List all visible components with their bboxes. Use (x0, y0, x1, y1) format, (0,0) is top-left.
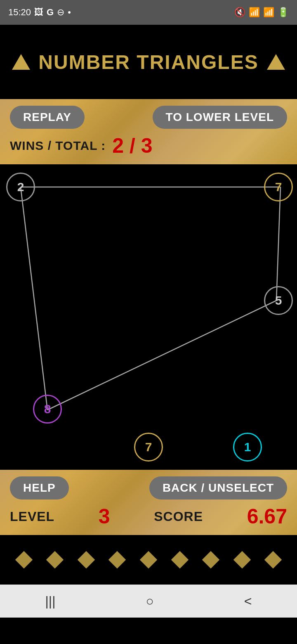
wins-label: WINS / TOTAL : (10, 139, 106, 153)
svg-line-2 (21, 187, 47, 410)
status-photo-icon: 🖼 (34, 7, 43, 18)
replay-button[interactable]: REPLAY (10, 106, 85, 129)
button-row: REPLAY TO LOWER LEVEL (10, 106, 287, 129)
node-7-bottom[interactable]: 7 (134, 433, 163, 462)
status-bar: 15:20 🖼 G ⊖ • 🔇 📶 📶 🔋 (0, 0, 297, 25)
wood-panel-bottom-section: HELP BACK / UNSELECT LEVEL 3 SCORE 6.67 (0, 470, 297, 535)
nav-home-button[interactable]: ○ (146, 594, 153, 609)
diamond-icon-5 (140, 551, 157, 568)
svg-line-1 (276, 187, 280, 301)
header: NUMBER TRIANGLES (0, 25, 297, 99)
back-unselect-button[interactable]: BACK / UNSELECT (149, 476, 287, 500)
node-8[interactable]: 8 (33, 395, 62, 424)
wins-row: WINS / TOTAL : 2 / 3 (10, 134, 287, 158)
score-label: SCORE (154, 509, 203, 524)
status-dot-icon: • (68, 7, 71, 18)
triangle-lines (0, 164, 297, 470)
status-right: 🔇 📶 📶 🔋 (234, 7, 289, 18)
diamond-icon-2 (46, 551, 64, 568)
status-wifi-icon: 📶 (249, 7, 260, 18)
diamond-icon-9 (264, 551, 282, 568)
node-1[interactable]: 1 (233, 433, 262, 462)
status-signal-icon: 📶 (263, 7, 274, 18)
diamond-icon-3 (78, 551, 95, 568)
node-7-top[interactable]: 7 (264, 173, 293, 201)
diamond-icon-4 (108, 551, 126, 568)
wood-panel-top-section: REPLAY TO LOWER LEVEL WINS / TOTAL : 2 /… (0, 99, 297, 164)
nav-prev-button[interactable]: < (244, 594, 252, 609)
status-mute-icon: 🔇 (234, 7, 245, 18)
wins-value: 2 / 3 (112, 134, 152, 158)
score-value: 6.67 (247, 504, 287, 528)
level-score-row: LEVEL 3 SCORE 6.67 (10, 504, 287, 528)
diamond-icon-8 (233, 551, 250, 568)
status-left: 15:20 🖼 G ⊖ • (8, 7, 71, 18)
diamond-icon-7 (202, 551, 219, 568)
node-2[interactable]: 2 (6, 173, 35, 201)
status-block-icon: ⊖ (57, 7, 64, 18)
level-value: 3 (99, 504, 110, 528)
triangle-right-icon (267, 54, 285, 70)
status-g-icon: G (47, 7, 54, 18)
diamond-icon-6 (171, 551, 188, 568)
node-5[interactable]: 5 (264, 286, 293, 315)
nav-back-button[interactable]: ||| (45, 594, 56, 609)
app-title: NUMBER TRIANGLES (38, 51, 258, 73)
diamond-icon-1 (15, 551, 33, 568)
nav-bar: ||| ○ < (0, 585, 297, 618)
game-area: 2 7 5 8 7 1 (0, 164, 297, 470)
status-time: 15:20 (8, 7, 31, 18)
level-label: LEVEL (10, 509, 54, 524)
svg-line-3 (47, 301, 276, 410)
triangle-left-icon (12, 54, 30, 70)
help-button[interactable]: HELP (10, 476, 69, 500)
to-lower-level-button[interactable]: TO LOWER LEVEL (153, 106, 287, 129)
help-back-row: HELP BACK / UNSELECT (10, 476, 287, 500)
status-battery-icon: 🔋 (278, 7, 289, 18)
decorative-strip (0, 535, 297, 585)
